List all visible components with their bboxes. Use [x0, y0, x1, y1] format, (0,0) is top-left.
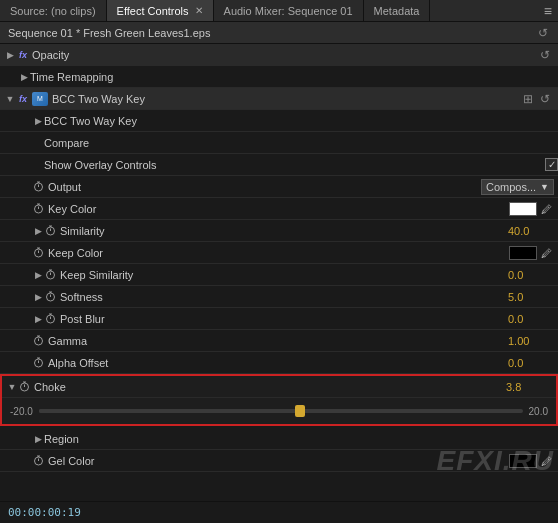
gel-color-swatch[interactable] — [509, 454, 537, 468]
slider-min-label: -20.0 — [10, 406, 33, 417]
choke-label: Choke — [34, 381, 506, 393]
tab-effect-controls-label: Effect Controls — [117, 5, 189, 17]
bcc-fx-icon: fx — [16, 92, 30, 106]
effect-controls-panel: fx Opacity ↺ Time Remapping fx M BCC Two… — [0, 44, 558, 501]
post-blur-row: Post Blur 0.0 — [0, 308, 558, 330]
dropdown-arrow-icon: ▼ — [540, 182, 549, 192]
alpha-offset-value: 0.0 — [508, 357, 558, 369]
reset-icon[interactable]: ↺ — [536, 26, 550, 40]
tab-source-label: Source: (no clips) — [10, 5, 96, 17]
similarity-label: Similarity — [60, 225, 508, 237]
key-color-eyedropper[interactable]: 🖉 — [541, 203, 552, 215]
tab-bar: Source: (no clips) Effect Controls ✕ Aud… — [0, 0, 558, 22]
keep-color-eyedropper[interactable]: 🖉 — [541, 247, 552, 259]
gamma-label: Gamma — [48, 335, 508, 347]
gel-color-eyedropper[interactable]: 🖉 — [541, 455, 552, 467]
output-label: Output — [48, 181, 438, 193]
keep-color-stopwatch[interactable] — [32, 246, 45, 259]
breadcrumb-bar: Sequence 01 * Fresh Green Leaves1.eps ↺ — [0, 22, 558, 44]
keep-similarity-stopwatch[interactable] — [44, 268, 57, 281]
post-blur-arrow[interactable] — [32, 313, 44, 325]
output-stopwatch[interactable] — [32, 180, 45, 193]
show-overlay-checkbox[interactable]: ✓ — [545, 158, 558, 171]
tab-source[interactable]: Source: (no clips) — [0, 0, 107, 21]
choke-expand-arrow[interactable] — [6, 381, 18, 393]
key-color-row: Key Color 🖉 — [0, 198, 558, 220]
choke-slider-thumb[interactable] — [295, 405, 305, 417]
timecode-bar: 00:00:00:19 — [0, 501, 558, 523]
gel-color-stopwatch[interactable] — [32, 454, 45, 467]
show-overlay-checkbox-area: ✓ — [545, 158, 558, 171]
output-dropdown-value: Compos... — [486, 181, 536, 193]
bcc-sub-arrow[interactable] — [32, 115, 44, 127]
post-blur-label: Post Blur — [60, 313, 508, 325]
similarity-arrow[interactable] — [32, 225, 44, 237]
compare-row: Compare — [0, 132, 558, 154]
output-row: Output Compos... ▼ — [0, 176, 558, 198]
close-icon[interactable]: ✕ — [195, 5, 203, 16]
region-arrow[interactable] — [32, 433, 44, 445]
bcc-sub-label: BCC Two Way Key — [44, 115, 558, 127]
alpha-offset-stopwatch[interactable] — [32, 356, 45, 369]
choke-row: Choke 3.8 — [2, 376, 556, 398]
opacity-expand-arrow[interactable] — [4, 49, 16, 61]
compare-label: Compare — [44, 137, 558, 149]
alpha-offset-label: Alpha Offset — [48, 357, 508, 369]
softness-row: Softness 5.0 — [0, 286, 558, 308]
post-blur-value: 0.0 — [508, 313, 558, 325]
alpha-offset-row: Alpha Offset 0.0 — [0, 352, 558, 374]
opacity-label: Opacity — [32, 49, 538, 61]
choke-section: Choke 3.8 -20.0 20.0 — [0, 374, 558, 426]
key-color-stopwatch[interactable] — [32, 202, 45, 215]
similarity-stopwatch[interactable] — [44, 224, 57, 237]
time-remapping-label: Time Remapping — [30, 71, 558, 83]
gel-color-row: Gel Color 🖉 — [0, 450, 558, 472]
keep-color-swatch[interactable] — [509, 246, 537, 260]
post-blur-stopwatch[interactable] — [44, 312, 57, 325]
opacity-row: fx Opacity ↺ — [0, 44, 558, 66]
tab-metadata-label: Metadata — [374, 5, 420, 17]
keep-similarity-value: 0.0 — [508, 269, 558, 281]
bcc-reset-icon[interactable]: ↺ — [538, 92, 552, 106]
choke-slider-row: -20.0 20.0 — [2, 398, 556, 424]
bcc-grid-icon[interactable]: ⊞ — [521, 92, 535, 106]
gamma-value: 1.00 — [508, 335, 558, 347]
time-remapping-arrow[interactable] — [18, 71, 30, 83]
show-overlay-label: Show Overlay Controls — [44, 159, 438, 171]
keep-color-label: Keep Color — [48, 247, 438, 259]
keep-similarity-row: Keep Similarity 0.0 — [0, 264, 558, 286]
region-row: Region — [0, 428, 558, 450]
fx-icon: fx — [16, 48, 30, 62]
gel-color-label: Gel Color — [48, 455, 438, 467]
bcc-expand-arrow[interactable] — [4, 93, 16, 105]
choke-slider[interactable] — [39, 409, 523, 413]
panel-menu-button[interactable]: ≡ — [538, 3, 558, 19]
keep-color-row: Keep Color 🖉 — [0, 242, 558, 264]
softness-stopwatch[interactable] — [44, 290, 57, 303]
key-color-swatch[interactable] — [509, 202, 537, 216]
similarity-value: 40.0 — [508, 225, 558, 237]
bcc-motion-icon: M — [32, 92, 48, 106]
tab-metadata[interactable]: Metadata — [364, 0, 431, 21]
time-remapping-row: Time Remapping — [0, 66, 558, 88]
region-label: Region — [44, 433, 558, 445]
choke-stopwatch[interactable] — [18, 380, 31, 393]
bcc-sub-row: BCC Two Way Key — [0, 110, 558, 132]
keep-similarity-label: Keep Similarity — [60, 269, 508, 281]
choke-slider-fill — [39, 409, 300, 413]
check-icon: ✓ — [548, 159, 556, 170]
tab-effect-controls[interactable]: Effect Controls ✕ — [107, 0, 214, 21]
key-color-label: Key Color — [48, 203, 438, 215]
tab-audio-mixer-label: Audio Mixer: Sequence 01 — [224, 5, 353, 17]
output-dropdown[interactable]: Compos... ▼ — [481, 179, 554, 195]
similarity-row: Similarity 40.0 — [0, 220, 558, 242]
bcc-header-label: BCC Two Way Key — [52, 93, 521, 105]
opacity-reset-icon[interactable]: ↺ — [538, 48, 552, 62]
show-overlay-row: Show Overlay Controls ✓ — [0, 154, 558, 176]
choke-value: 3.8 — [506, 381, 556, 393]
keep-similarity-arrow[interactable] — [32, 269, 44, 281]
softness-arrow[interactable] — [32, 291, 44, 303]
bcc-header-row: fx M BCC Two Way Key ⊞ ↺ — [0, 88, 558, 110]
gamma-stopwatch[interactable] — [32, 334, 45, 347]
tab-audio-mixer[interactable]: Audio Mixer: Sequence 01 — [214, 0, 364, 21]
